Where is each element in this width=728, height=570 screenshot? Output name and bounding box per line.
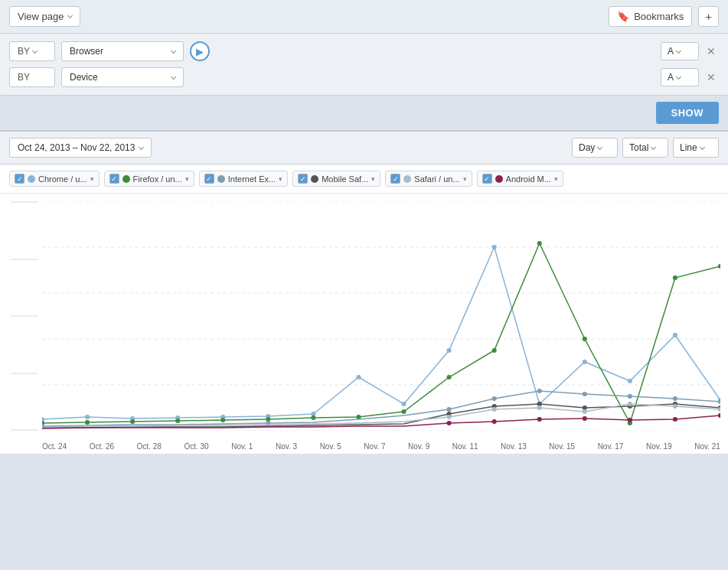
svg-point-56	[537, 406, 542, 410]
add-button[interactable]: +	[698, 6, 719, 27]
filter-row2-right: A ✕	[661, 68, 719, 86]
legend-caret-0[interactable]: ▾	[90, 175, 94, 183]
top-bar-right: 🔖 Bookmarks +	[609, 6, 719, 27]
bookmark-icon: 🔖	[617, 11, 629, 22]
device-chevron-icon	[171, 73, 176, 79]
legend-caret-5[interactable]: ▾	[554, 175, 558, 183]
legend-checkbox-1[interactable]: ✓	[109, 174, 119, 184]
svg-point-62	[492, 419, 497, 424]
legend-caret-4[interactable]: ▾	[463, 175, 467, 183]
x-label-2: Oct. 28	[137, 442, 162, 451]
x-label-10: Nov. 13	[501, 442, 527, 451]
a-chevron-icon	[676, 47, 681, 53]
chrome-line	[42, 247, 720, 419]
legend-checkbox-2[interactable]: ✓	[204, 174, 214, 184]
svg-point-67	[718, 413, 720, 418]
bookmarks-button[interactable]: 🔖 Bookmarks	[609, 6, 692, 27]
y-label-5	[11, 201, 38, 203]
by-label-1: BY	[9, 41, 55, 61]
legend-checkbox-0[interactable]: ✓	[15, 174, 24, 184]
x-label-14: Nov. 21	[694, 442, 720, 451]
svg-point-20	[673, 333, 677, 337]
a-dropdown-1[interactable]: A	[661, 42, 699, 60]
a2-chevron-icon	[676, 73, 681, 79]
a-dropdown-2[interactable]: A	[661, 68, 699, 86]
svg-point-43	[583, 392, 587, 396]
legend-caret-3[interactable]: ▾	[371, 175, 375, 183]
y-label-4	[11, 259, 38, 260]
show-button[interactable]: SHOW	[656, 102, 719, 124]
svg-point-61	[447, 421, 452, 425]
date-range-chevron-icon	[139, 144, 144, 149]
legend-item-0[interactable]: ✓ Chrome / u... ▾	[9, 171, 100, 187]
chart-svg	[42, 201, 720, 431]
legend-dot-1	[122, 175, 130, 183]
x-label-5: Nov. 3	[276, 442, 297, 451]
legend-item-4[interactable]: ✓ Safari / un... ▾	[385, 171, 472, 187]
svg-point-66	[673, 417, 677, 422]
svg-point-14	[401, 402, 406, 406]
filter-row-2: BY Device A ✕	[9, 67, 719, 87]
legend-checkbox-4[interactable]: ✓	[390, 174, 400, 184]
legend-item-2[interactable]: ✓ Internet Ex... ▾	[199, 171, 288, 187]
legend-label-2: Internet Ex...	[228, 174, 276, 184]
chart-section: Oct 24, 2013 – Nov 22, 2013 Day Total Li…	[0, 132, 728, 454]
x-label-11: Nov. 15	[549, 442, 575, 451]
svg-point-34	[583, 337, 587, 341]
filter-row1-right: A ✕	[661, 42, 719, 60]
legend-item-1[interactable]: ✓ Firefox / un... ▾	[104, 171, 194, 187]
show-section: SHOW	[0, 96, 728, 132]
chart-controls: Oct 24, 2013 – Nov 22, 2013 Day Total Li…	[0, 132, 728, 164]
svg-point-26	[220, 418, 225, 422]
chart-right-controls: Day Total Line	[572, 138, 719, 158]
y-axis-labels	[6, 201, 38, 431]
legend-dot-5	[495, 175, 503, 183]
legend-item-5[interactable]: ✓ Android M... ▾	[477, 171, 563, 187]
legend-checkbox-3[interactable]: ✓	[298, 174, 308, 184]
close-filter-1-button[interactable]: ✕	[704, 44, 719, 59]
x-axis-labels: Oct. 24Oct. 26Oct. 28Oct. 30Nov. 1Nov. 3…	[42, 442, 720, 451]
apply-filter-button[interactable]: ▶	[190, 41, 210, 61]
x-label-7: Nov. 7	[364, 442, 385, 451]
legend-label-4: Safari / un...	[414, 174, 459, 184]
safari-line	[42, 404, 720, 427]
view-page-label: View page	[18, 11, 64, 22]
x-label-3: Oct. 30	[184, 442, 208, 451]
chart-area: Oct. 24Oct. 26Oct. 28Oct. 30Nov. 1Nov. 3…	[0, 194, 728, 454]
svg-point-54	[447, 415, 452, 419]
svg-point-63	[537, 417, 542, 422]
metric-dropdown[interactable]: Total	[622, 138, 668, 158]
svg-point-7	[85, 415, 90, 419]
svg-point-33	[537, 241, 542, 246]
legend-item-3[interactable]: ✓ Mobile Saf... ▾	[292, 171, 380, 187]
svg-point-19	[628, 379, 632, 383]
svg-point-44	[628, 394, 632, 399]
legend-caret-2[interactable]: ▾	[279, 175, 282, 183]
device-dropdown[interactable]: Device	[61, 67, 184, 87]
filter-row-1: BY Browser ▶ A ✕	[9, 41, 719, 61]
view-page-button[interactable]: View page	[9, 6, 80, 27]
x-label-4: Nov. 1	[231, 442, 253, 451]
legend-checkbox-5[interactable]: ✓	[482, 174, 492, 184]
legend-dot-0	[28, 175, 35, 183]
top-bar: View page 🔖 Bookmarks +	[0, 0, 728, 34]
plus-icon: +	[705, 10, 712, 23]
chart-type-chevron-icon	[700, 144, 705, 149]
browser-dropdown[interactable]: Browser	[61, 41, 184, 61]
chart-type-dropdown[interactable]: Line	[673, 138, 719, 158]
browser-chevron-icon	[171, 47, 176, 53]
granularity-dropdown[interactable]: Day	[572, 138, 618, 158]
y-label-1	[11, 429, 38, 431]
legend-row: ✓ Chrome / u... ▾ ✓ Firefox / un... ▾ ✓ …	[0, 164, 728, 194]
legend-caret-1[interactable]: ▾	[185, 175, 189, 183]
legend-dot-3	[311, 175, 318, 183]
close-filter-2-button[interactable]: ✕	[704, 70, 719, 85]
svg-point-45	[673, 396, 677, 401]
x-label-6: Nov. 5	[320, 442, 341, 451]
date-range-button[interactable]: Oct 24, 2013 – Nov 22, 2013	[9, 138, 152, 158]
svg-point-18	[583, 360, 587, 364]
svg-point-40	[447, 407, 452, 412]
granularity-chevron-icon	[597, 144, 602, 149]
svg-point-65	[628, 418, 632, 422]
legend-label-1: Firefox / un...	[133, 174, 182, 184]
